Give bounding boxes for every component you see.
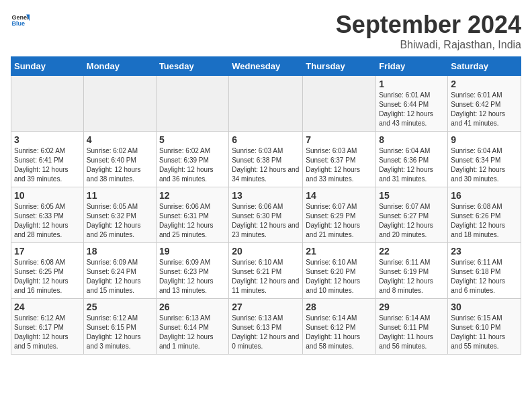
header-wednesday: Wednesday <box>229 57 303 76</box>
day-info: Sunrise: 6:05 AMSunset: 6:33 PMDaylight:… <box>14 202 81 240</box>
day-info: Sunrise: 6:06 AMSunset: 6:30 PMDaylight:… <box>232 202 300 240</box>
day-info: Sunrise: 6:09 AMSunset: 6:24 PMDaylight:… <box>87 258 153 295</box>
day-info: Sunrise: 6:02 AMSunset: 6:41 PMDaylight:… <box>14 146 81 184</box>
header: General Blue September 2024 Bhiwadi, Raj… <box>11 11 521 51</box>
day-number: 30 <box>451 302 518 312</box>
day-info: Sunrise: 6:05 AMSunset: 6:32 PMDaylight:… <box>87 202 153 240</box>
day-number: 17 <box>14 246 81 257</box>
day-number: 7 <box>306 134 373 145</box>
day-info: Sunrise: 6:03 AMSunset: 6:38 PMDaylight:… <box>232 146 300 184</box>
day-info: Sunrise: 6:14 AMSunset: 6:12 PMDaylight:… <box>306 314 373 351</box>
day-number: 27 <box>232 302 300 312</box>
day-cell: 22 Sunrise: 6:11 AMSunset: 6:19 PMDaylig… <box>376 243 448 299</box>
day-cell: 20 Sunrise: 6:10 AMSunset: 6:21 PMDaylig… <box>229 243 303 299</box>
day-number: 1 <box>379 79 445 89</box>
header-monday: Monday <box>83 57 156 76</box>
day-info: Sunrise: 6:14 AMSunset: 6:11 PMDaylight:… <box>379 314 445 351</box>
day-number: 6 <box>232 134 300 145</box>
title-area: September 2024 Bhiwadi, Rajasthan, India <box>336 11 521 51</box>
calendar-row: 10 Sunrise: 6:05 AMSunset: 6:33 PMDaylig… <box>11 187 521 243</box>
calendar-row: 3 Sunrise: 6:02 AMSunset: 6:41 PMDayligh… <box>11 132 521 187</box>
day-info: Sunrise: 6:06 AMSunset: 6:31 PMDaylight:… <box>159 202 226 240</box>
day-number: 19 <box>159 246 226 257</box>
empty-cell <box>229 76 303 132</box>
day-cell: 18 Sunrise: 6:09 AMSunset: 6:24 PMDaylig… <box>83 243 156 299</box>
day-cell: 15 Sunrise: 6:07 AMSunset: 6:27 PMDaylig… <box>376 187 448 243</box>
weekday-header-row: Sunday Monday Tuesday Wednesday Thursday… <box>11 57 521 76</box>
day-info: Sunrise: 6:08 AMSunset: 6:25 PMDaylight:… <box>14 258 81 295</box>
day-cell: 27 Sunrise: 6:13 AMSunset: 6:13 PMDaylig… <box>229 299 303 355</box>
calendar-row: 1 Sunrise: 6:01 AMSunset: 6:44 PMDayligh… <box>11 76 521 132</box>
day-number: 18 <box>87 246 153 257</box>
day-number: 8 <box>379 134 445 145</box>
day-number: 11 <box>87 190 153 201</box>
day-info: Sunrise: 6:12 AMSunset: 6:17 PMDaylight:… <box>14 314 81 351</box>
day-number: 28 <box>306 302 373 312</box>
empty-cell <box>303 76 376 132</box>
empty-cell <box>156 76 228 132</box>
day-cell: 23 Sunrise: 6:11 AMSunset: 6:18 PMDaylig… <box>448 243 521 299</box>
day-cell: 12 Sunrise: 6:06 AMSunset: 6:31 PMDaylig… <box>156 187 228 243</box>
day-number: 20 <box>232 246 300 257</box>
day-number: 14 <box>306 190 373 201</box>
empty-cell <box>83 76 156 132</box>
day-number: 13 <box>232 190 300 201</box>
day-cell: 3 Sunrise: 6:02 AMSunset: 6:41 PMDayligh… <box>11 132 84 187</box>
day-cell: 5 Sunrise: 6:02 AMSunset: 6:39 PMDayligh… <box>156 132 228 187</box>
day-number: 15 <box>379 190 445 201</box>
day-number: 3 <box>14 134 81 145</box>
day-cell: 4 Sunrise: 6:02 AMSunset: 6:40 PMDayligh… <box>83 132 156 187</box>
day-cell: 1 Sunrise: 6:01 AMSunset: 6:44 PMDayligh… <box>376 76 448 132</box>
day-info: Sunrise: 6:03 AMSunset: 6:37 PMDaylight:… <box>306 146 373 184</box>
header-sunday: Sunday <box>11 57 84 76</box>
day-info: Sunrise: 6:07 AMSunset: 6:29 PMDaylight:… <box>306 202 373 240</box>
day-cell: 8 Sunrise: 6:04 AMSunset: 6:36 PMDayligh… <box>376 132 448 187</box>
day-number: 23 <box>451 246 518 257</box>
day-info: Sunrise: 6:10 AMSunset: 6:20 PMDaylight:… <box>306 258 373 295</box>
day-cell: 24 Sunrise: 6:12 AMSunset: 6:17 PMDaylig… <box>11 299 84 355</box>
calendar-row: 24 Sunrise: 6:12 AMSunset: 6:17 PMDaylig… <box>11 299 521 355</box>
empty-cell <box>11 76 84 132</box>
day-cell: 13 Sunrise: 6:06 AMSunset: 6:30 PMDaylig… <box>229 187 303 243</box>
day-info: Sunrise: 6:11 AMSunset: 6:19 PMDaylight:… <box>379 258 445 295</box>
day-number: 2 <box>451 79 518 89</box>
day-number: 5 <box>159 134 226 145</box>
day-info: Sunrise: 6:13 AMSunset: 6:13 PMDaylight:… <box>232 314 300 351</box>
day-info: Sunrise: 6:08 AMSunset: 6:26 PMDaylight:… <box>451 202 518 240</box>
day-cell: 21 Sunrise: 6:10 AMSunset: 6:20 PMDaylig… <box>303 243 376 299</box>
day-info: Sunrise: 6:04 AMSunset: 6:34 PMDaylight:… <box>451 146 518 184</box>
day-cell: 26 Sunrise: 6:13 AMSunset: 6:14 PMDaylig… <box>156 299 228 355</box>
day-number: 12 <box>159 190 226 201</box>
day-cell: 14 Sunrise: 6:07 AMSunset: 6:29 PMDaylig… <box>303 187 376 243</box>
day-number: 24 <box>14 302 81 312</box>
day-cell: 19 Sunrise: 6:09 AMSunset: 6:23 PMDaylig… <box>156 243 228 299</box>
day-info: Sunrise: 6:07 AMSunset: 6:27 PMDaylight:… <box>379 202 445 240</box>
logo-icon: General Blue <box>11 11 30 30</box>
header-saturday: Saturday <box>448 57 521 76</box>
day-number: 10 <box>14 190 81 201</box>
day-info: Sunrise: 6:01 AMSunset: 6:42 PMDaylight:… <box>451 91 518 128</box>
header-tuesday: Tuesday <box>156 57 228 76</box>
day-info: Sunrise: 6:12 AMSunset: 6:15 PMDaylight:… <box>87 314 153 351</box>
location-title: Bhiwadi, Rajasthan, India <box>336 39 521 51</box>
header-friday: Friday <box>376 57 448 76</box>
day-info: Sunrise: 6:09 AMSunset: 6:23 PMDaylight:… <box>159 258 226 295</box>
calendar-row: 17 Sunrise: 6:08 AMSunset: 6:25 PMDaylig… <box>11 243 521 299</box>
day-cell: 30 Sunrise: 6:15 AMSunset: 6:10 PMDaylig… <box>448 299 521 355</box>
day-info: Sunrise: 6:10 AMSunset: 6:21 PMDaylight:… <box>232 258 300 295</box>
day-cell: 6 Sunrise: 6:03 AMSunset: 6:38 PMDayligh… <box>229 132 303 187</box>
day-info: Sunrise: 6:02 AMSunset: 6:39 PMDaylight:… <box>159 146 226 184</box>
day-number: 21 <box>306 246 373 257</box>
day-info: Sunrise: 6:15 AMSunset: 6:10 PMDaylight:… <box>451 314 518 351</box>
svg-text:Blue: Blue <box>11 20 25 27</box>
day-number: 26 <box>159 302 226 312</box>
day-cell: 25 Sunrise: 6:12 AMSunset: 6:15 PMDaylig… <box>83 299 156 355</box>
day-cell: 29 Sunrise: 6:14 AMSunset: 6:11 PMDaylig… <box>376 299 448 355</box>
day-cell: 11 Sunrise: 6:05 AMSunset: 6:32 PMDaylig… <box>83 187 156 243</box>
day-number: 29 <box>379 302 445 312</box>
day-info: Sunrise: 6:02 AMSunset: 6:40 PMDaylight:… <box>87 146 153 184</box>
day-info: Sunrise: 6:11 AMSunset: 6:18 PMDaylight:… <box>451 258 518 295</box>
month-title: September 2024 <box>336 11 521 39</box>
calendar-table: Sunday Monday Tuesday Wednesday Thursday… <box>11 56 521 355</box>
day-cell: 10 Sunrise: 6:05 AMSunset: 6:33 PMDaylig… <box>11 187 84 243</box>
